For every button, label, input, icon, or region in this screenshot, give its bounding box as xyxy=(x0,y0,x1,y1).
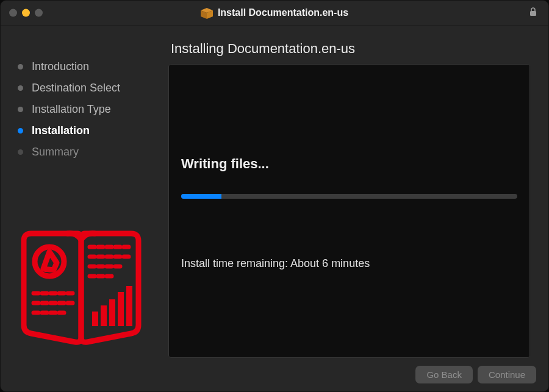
progress-bar-fill xyxy=(181,194,221,199)
step-label: Introduction xyxy=(32,60,89,73)
go-back-button[interactable]: Go Back xyxy=(415,366,473,383)
main: Installing Documentation.en-us Writing f… xyxy=(162,26,548,358)
page-heading: Installing Documentation.en-us xyxy=(171,41,530,57)
content-pane: Writing files... Install time remaining:… xyxy=(168,64,530,358)
step-bullet xyxy=(18,85,23,91)
svg-rect-12 xyxy=(118,292,124,326)
svg-rect-9 xyxy=(92,312,98,326)
progress-bar-track xyxy=(181,194,517,199)
step-bullet xyxy=(18,107,23,112)
svg-rect-11 xyxy=(109,299,115,326)
sidebar: Introduction Destination Select Installa… xyxy=(1,26,162,358)
svg-rect-13 xyxy=(126,286,132,326)
svg-rect-0 xyxy=(530,11,536,16)
background-artwork xyxy=(14,226,148,348)
step-destination-select: Destination Select xyxy=(18,82,162,94)
svg-rect-10 xyxy=(101,305,107,326)
window-controls xyxy=(9,9,43,17)
step-label: Installation Type xyxy=(32,103,111,116)
titlebar: Install Documentation.en-us xyxy=(1,1,548,26)
step-installation-type: Installation Type xyxy=(18,103,162,116)
continue-button[interactable]: Continue xyxy=(478,366,536,383)
step-label: Installation xyxy=(32,124,90,137)
step-list: Introduction Destination Select Installa… xyxy=(18,60,162,159)
step-summary: Summary xyxy=(18,146,162,159)
zoom-button[interactable] xyxy=(35,9,43,17)
step-bullet xyxy=(18,64,23,69)
window-title: Install Documentation.en-us xyxy=(218,7,348,18)
package-icon xyxy=(201,7,213,19)
minimize-button[interactable] xyxy=(22,9,30,17)
step-bullet xyxy=(18,128,23,134)
step-introduction: Introduction xyxy=(18,60,162,73)
time-remaining: Install time remaining: About 6 minutes xyxy=(181,257,517,270)
installer-window: Install Documentation.en-us Introduction… xyxy=(0,0,549,392)
step-label: Destination Select xyxy=(32,82,120,94)
lock-icon xyxy=(529,7,537,19)
step-bullet xyxy=(18,149,23,155)
footer: Go Back Continue xyxy=(1,358,548,391)
step-installation: Installation xyxy=(18,124,162,137)
status-text: Writing files... xyxy=(181,156,517,172)
title-center: Install Documentation.en-us xyxy=(201,7,348,19)
window-body: Introduction Destination Select Installa… xyxy=(1,26,548,358)
step-label: Summary xyxy=(32,146,79,159)
close-button[interactable] xyxy=(9,9,17,17)
